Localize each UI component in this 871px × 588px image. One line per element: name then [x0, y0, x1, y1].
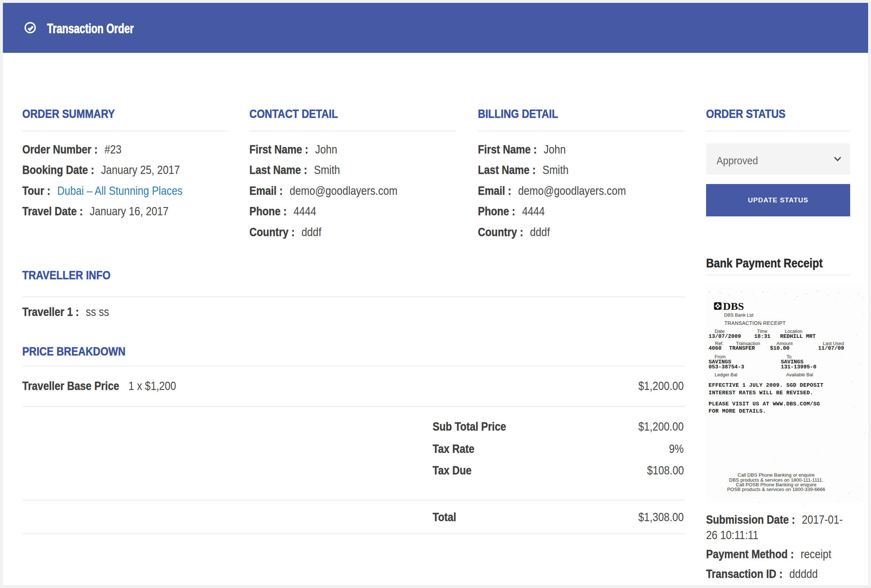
svg-text:DBS: DBS [723, 300, 744, 311]
